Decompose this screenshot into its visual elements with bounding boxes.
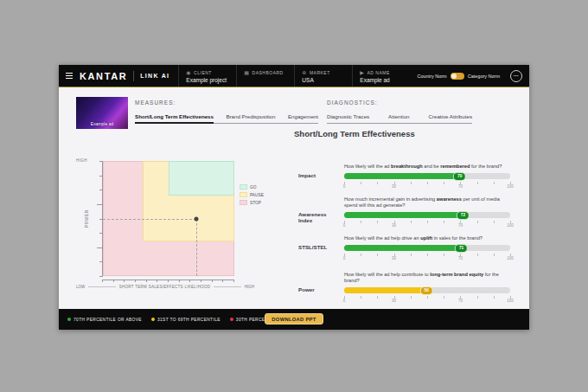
- content-area: Example ad MEASURES: Short/Long Term Eff…: [59, 88, 529, 309]
- product-name: LINK AI: [140, 73, 169, 79]
- percentile-label: 31ST TO 69TH PERCENTILE: [157, 318, 220, 322]
- metric-name: Power: [298, 286, 342, 292]
- percentile-dot: [67, 318, 71, 321]
- y-axis-tick: [99, 261, 103, 262]
- y-axis-tick: [97, 204, 103, 205]
- measures-tabs: Short/Long Term EffectivenessBrand Predi…: [135, 113, 318, 124]
- gauge-fill: [344, 245, 462, 251]
- nav-dashboard[interactable]: ▦DASHBOARD: [236, 65, 294, 87]
- x-axis-tick: [168, 280, 169, 282]
- metric-question: How likely will the ad breakthrough and …: [344, 164, 510, 170]
- more-menu-button[interactable]: •••: [510, 70, 522, 82]
- x-axis-segment: [88, 286, 115, 287]
- x-axis-labels: LOW SHORT TERM SALES/EFFECTS LIKELIHOOD …: [76, 285, 254, 289]
- tab-short-long-term-effectiveness[interactable]: Short/Long Term Effectiveness: [135, 113, 214, 123]
- nav-label: CLIENT: [194, 70, 212, 75]
- data-point[interactable]: [194, 216, 198, 221]
- users-icon: ◉: [186, 70, 191, 75]
- metric-name: Impact: [298, 172, 342, 178]
- percentile-label: 70TH PERCENTILE OR ABOVE: [74, 318, 142, 322]
- footer-bar: 70TH PERCENTILE OR ABOVE31ST TO 69TH PER…: [59, 309, 529, 330]
- x-axis-low-label: LOW: [76, 285, 85, 289]
- x-axis-tick: [135, 280, 136, 282]
- percentile-legend-item: 31ST TO 69TH PERCENTILE: [151, 318, 220, 322]
- x-axis-tick: [201, 280, 201, 282]
- x-axis-segment: [214, 286, 240, 287]
- diagnostics-section: DIAGNOSTICS: Diagnostic TracesAttentionC…: [327, 100, 472, 124]
- metric-question: How likely will the ad help contribute t…: [344, 272, 510, 284]
- x-axis-tick: [113, 280, 114, 282]
- category-norm-label: Category Norm: [468, 74, 500, 79]
- x-axis-title: SHORT TERM SALES/EFFECTS LIKELIHOOD: [119, 285, 211, 289]
- ad-thumbnail-label: Example ad: [91, 121, 113, 126]
- nav-label: DASHBOARD: [252, 70, 284, 75]
- nav-value: Example project: [186, 77, 227, 83]
- x-axis-ruler: [102, 280, 233, 280]
- nav-value: Example ad: [360, 77, 401, 83]
- metric-gauge: 71: [344, 245, 510, 251]
- header-divider: [133, 71, 134, 81]
- x-axis-tick: [233, 280, 234, 282]
- tab-brand-predisposition[interactable]: Brand Predisposition: [226, 113, 275, 123]
- nav-client[interactable]: ◉CLIENTExample project: [178, 65, 236, 87]
- y-axis-title-wrap: POWER: [81, 161, 92, 276]
- y-axis-tick: [99, 176, 103, 177]
- country-norm-label: Country Norm: [417, 74, 446, 79]
- legend-swatch: [240, 184, 247, 190]
- download-ppt-button[interactable]: DOWNLOAD PPT: [265, 313, 323, 325]
- metric-gauge: 50: [344, 287, 510, 293]
- percentile-dot: [151, 318, 155, 321]
- nav-ad-name[interactable]: ▶AD NAMEExample ad: [352, 65, 410, 87]
- crosshair-horizontal: [103, 219, 196, 220]
- crosshair-vertical: [196, 219, 197, 277]
- gauge-value-badge: 50: [420, 286, 433, 295]
- nav-market[interactable]: ⊕MARKETUSA: [294, 65, 352, 87]
- hamburger-menu-icon[interactable]: [66, 73, 73, 79]
- gauge-value-badge: 72: [457, 211, 470, 220]
- norm-toggle[interactable]: [451, 73, 464, 80]
- y-axis-tick: [99, 161, 103, 162]
- gauge-value-badge: 71: [455, 244, 468, 253]
- x-axis-tick: [189, 280, 190, 282]
- y-axis-tick: [99, 190, 103, 190]
- y-axis-tick: [97, 247, 103, 248]
- gauge-scale-labels: 03070100: [344, 223, 510, 228]
- x-axis-tick: [157, 280, 157, 282]
- dashboard-icon: ▦: [244, 70, 249, 75]
- nav-value: USA: [302, 77, 343, 83]
- app-window: KANTAR LINK AI ◉CLIENTExample project▦DA…: [59, 65, 529, 330]
- gauge-fill: [344, 287, 427, 293]
- gauge-value-badge: 70: [453, 172, 466, 181]
- gauge-scale-labels: 03070100: [344, 299, 510, 304]
- metric-row-impact: ImpactHow likely will the ad breakthroug…: [298, 164, 514, 190]
- ad-video-thumbnail[interactable]: Example ad: [76, 97, 128, 129]
- tab-attention[interactable]: Attention: [388, 113, 409, 123]
- x-axis-tick: [102, 280, 103, 282]
- measures-section: MEASURES: Short/Long Term EffectivenessB…: [135, 100, 318, 124]
- page-title: Short/Long Term Effectiveness: [294, 129, 415, 138]
- gauge-fill: [344, 212, 463, 218]
- diagnostics-label: DIAGNOSTICS:: [327, 100, 472, 106]
- tab-engagement[interactable]: Engagement: [288, 113, 318, 123]
- legend-swatch: [240, 192, 247, 197]
- globe-icon: ⊕: [302, 70, 307, 75]
- y-axis-tick: [99, 276, 103, 277]
- legend-item-go: GO: [240, 184, 264, 190]
- legend-label: GO: [250, 185, 256, 190]
- desktop-background: KANTAR LINK AI ◉CLIENTExample project▦DA…: [0, 0, 588, 392]
- quadrant-chart-plot: [102, 161, 234, 276]
- measures-label: MEASURES:: [135, 100, 318, 106]
- x-axis-tick: [146, 280, 147, 282]
- metric-row-stsl-stel: STSL/STELHow likely will the ad help dri…: [298, 235, 514, 261]
- norm-toggle-group: Country Norm Category Norm: [417, 73, 500, 80]
- metric-row-power: PowerHow likely will the ad help contrib…: [298, 272, 514, 304]
- legend-item-pause: PAUSE: [240, 192, 264, 197]
- x-axis-tick: [212, 280, 213, 282]
- tab-creative-attributes[interactable]: Creative Attributes: [428, 113, 472, 123]
- x-axis-tick: [179, 280, 180, 282]
- percentile-dot: [230, 318, 233, 321]
- gauge-fill: [344, 173, 460, 179]
- header-nav: ◉CLIENTExample project▦DASHBOARD⊕MARKETU…: [178, 65, 410, 87]
- metric-name: Awareness Index: [298, 211, 342, 223]
- tab-diagnostic-traces[interactable]: Diagnostic Traces: [327, 113, 369, 123]
